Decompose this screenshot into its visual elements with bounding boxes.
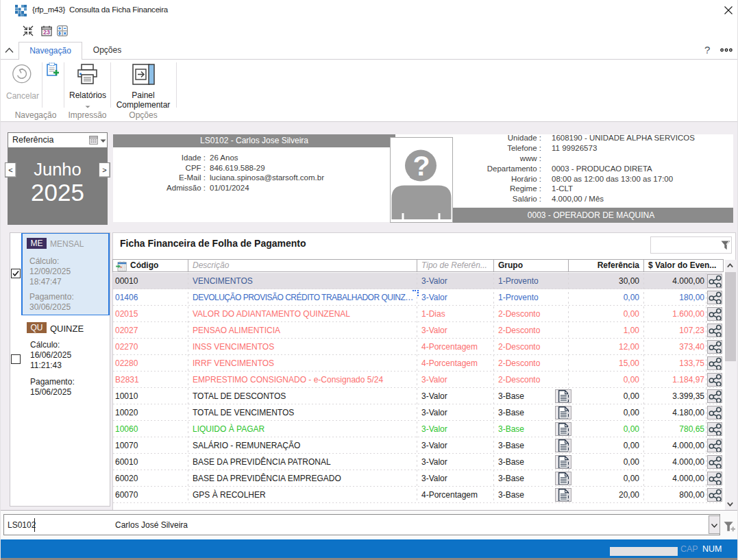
svg-text:23: 23 <box>43 29 50 36</box>
